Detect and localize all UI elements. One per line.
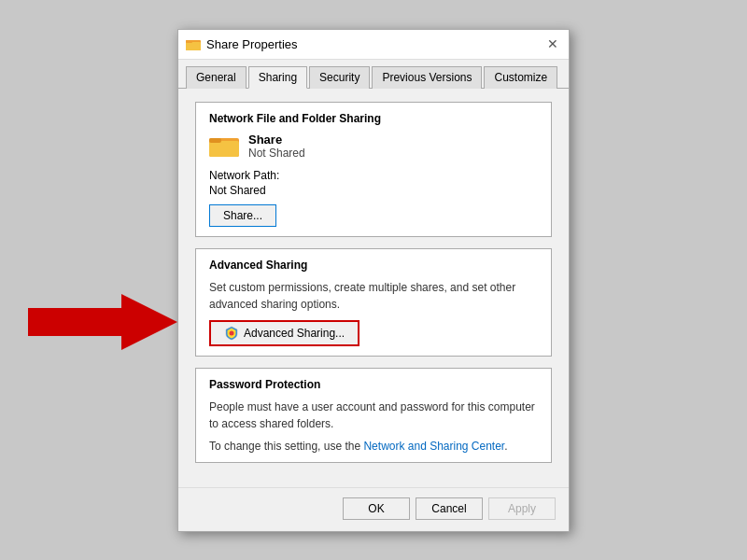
network-path-value: Not Shared xyxy=(209,184,538,197)
title-bar: Share Properties ✕ xyxy=(178,30,569,60)
svg-point-7 xyxy=(230,330,234,335)
network-sharing-title: Network File and Folder Sharing xyxy=(209,112,538,125)
shield-icon xyxy=(224,326,239,341)
svg-rect-5 xyxy=(209,141,239,157)
folder-row: Share Not Shared xyxy=(209,133,538,160)
advanced-btn-row: Advanced Sharing... xyxy=(209,320,538,346)
folder-share-status: Not Shared xyxy=(248,147,305,160)
password-link-prefix: To change this setting, use the xyxy=(209,440,363,453)
close-button[interactable]: ✕ xyxy=(544,35,561,52)
folder-name: Share xyxy=(248,133,305,147)
dialog-window: Share Properties ✕ General Sharing Secur… xyxy=(177,29,570,532)
svg-rect-2 xyxy=(186,42,201,50)
password-protection-title: Password Protection xyxy=(209,378,538,391)
cancel-button[interactable]: Cancel xyxy=(416,497,483,520)
network-path-label: Network Path: xyxy=(209,169,538,182)
svg-marker-0 xyxy=(28,294,177,350)
tab-general[interactable]: General xyxy=(186,66,247,89)
share-button[interactable]: Share... xyxy=(209,204,276,227)
tab-customize[interactable]: Customize xyxy=(484,66,557,89)
tab-previous-versions[interactable]: Previous Versions xyxy=(372,66,482,89)
tab-sharing[interactable]: Sharing xyxy=(248,66,307,89)
dialog-footer: OK Cancel Apply xyxy=(178,487,569,531)
advanced-sharing-button[interactable]: Advanced Sharing... xyxy=(209,320,359,346)
ok-button[interactable]: OK xyxy=(343,497,410,520)
folder-info: Share Not Shared xyxy=(248,133,305,160)
folder-icon xyxy=(209,133,239,159)
tab-security[interactable]: Security xyxy=(309,66,370,89)
password-link-row: To change this setting, use the Network … xyxy=(209,440,538,453)
network-sharing-section: Network File and Folder Sharing Share No… xyxy=(195,102,552,237)
red-arrow xyxy=(28,289,177,355)
password-link-suffix: . xyxy=(504,440,507,453)
password-protection-desc: People must have a user account and pass… xyxy=(209,399,538,432)
svg-rect-3 xyxy=(186,40,192,43)
tab-content: Network File and Folder Sharing Share No… xyxy=(178,89,569,487)
tab-bar: General Sharing Security Previous Versio… xyxy=(178,60,569,89)
advanced-sharing-desc: Set custom permissions, create multiple … xyxy=(209,279,538,313)
title-bar-icon xyxy=(186,36,201,51)
network-sharing-center-link[interactable]: Network and Sharing Center xyxy=(363,440,504,453)
advanced-sharing-section: Advanced Sharing Set custom permissions,… xyxy=(195,248,552,357)
password-protection-section: Password Protection People must have a u… xyxy=(195,368,552,463)
svg-rect-6 xyxy=(209,138,221,143)
dialog-title: Share Properties xyxy=(206,37,544,51)
advanced-sharing-button-label: Advanced Sharing... xyxy=(244,327,345,340)
apply-button[interactable]: Apply xyxy=(488,497,556,520)
advanced-sharing-title: Advanced Sharing xyxy=(209,259,538,272)
